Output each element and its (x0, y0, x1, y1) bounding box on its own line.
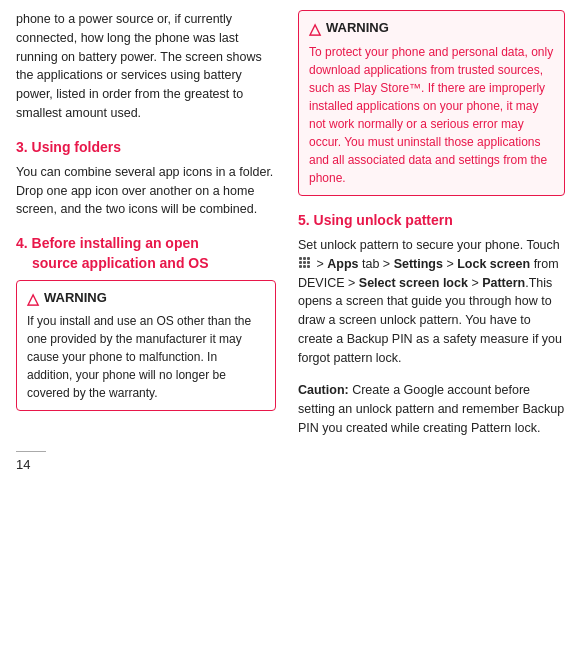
right-warning-text: To protect your phone and personal data,… (309, 43, 554, 187)
section3-body: You can combine several app icons in a f… (16, 163, 276, 219)
caution-label: Caution: (298, 383, 349, 397)
settings-label: Settings (394, 257, 443, 271)
page-number-container: 14 (16, 451, 276, 475)
caution-text: Caution: Create a Google account before … (298, 381, 565, 437)
section5-text-part6: > (468, 276, 482, 290)
left-warning-text: If you install and use an OS other than … (27, 312, 265, 402)
lock-screen-label: Lock screen (457, 257, 530, 271)
page-container: phone to a power source or, if currently… (0, 0, 577, 654)
right-warning-triangle-icon: △ (309, 21, 321, 36)
pattern-label: Pattern (482, 276, 525, 290)
section4-title-line1: 4. Before installing an open (16, 235, 199, 251)
section5-body: Set unlock pattern to secure your phone.… (298, 236, 565, 367)
intro-text: phone to a power source or, if currently… (16, 10, 276, 123)
left-warning-header: △ WARNING (27, 289, 265, 308)
section5-text-part2: > (316, 257, 327, 271)
section4-title: 4. Before installing an open source appl… (16, 233, 276, 274)
left-column: phone to a power source or, if currently… (0, 10, 288, 644)
section5-text-part3: tab > (359, 257, 394, 271)
section5-title: 5. Using unlock pattern (298, 210, 565, 230)
section4-title-line2: source application and OS (16, 255, 209, 271)
right-warning-box: △ WARNING To protect your phone and pers… (298, 10, 565, 196)
right-warning-label: WARNING (326, 19, 389, 38)
section5-text-part1: Set unlock pattern to secure your phone.… (298, 238, 560, 252)
page-number: 14 (16, 451, 46, 475)
left-warning-box: △ WARNING If you install and use an OS o… (16, 280, 276, 412)
select-screen-lock-label: Select screen lock (359, 276, 468, 290)
section3-title: 3. Using folders (16, 137, 276, 157)
warning-triangle-icon: △ (27, 291, 39, 306)
left-warning-label: WARNING (44, 289, 107, 308)
right-column: △ WARNING To protect your phone and pers… (288, 10, 577, 644)
apps-grid-icon (299, 257, 312, 270)
right-warning-header: △ WARNING (309, 19, 554, 38)
apps-label: Apps (327, 257, 358, 271)
section5-text-part4: > (443, 257, 457, 271)
